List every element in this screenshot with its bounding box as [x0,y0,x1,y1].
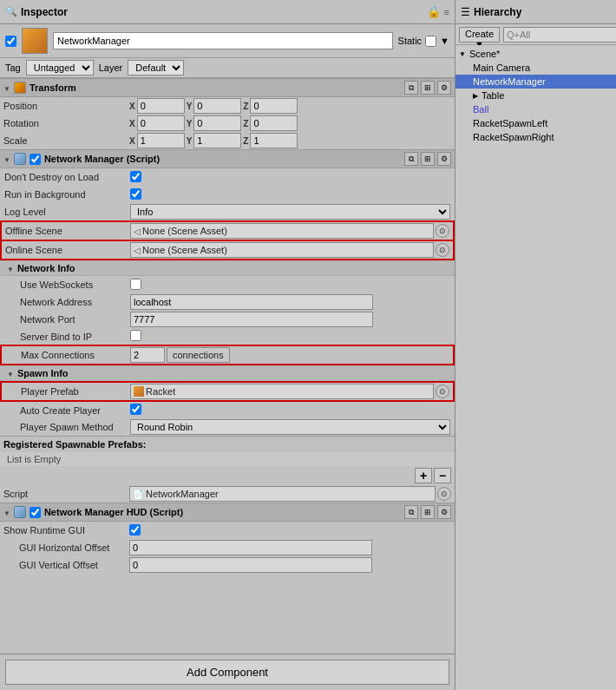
gui-vertical-row: GUI Vertical Offset [0,556,455,574]
nm-align-icon[interactable]: ⊞ [421,152,435,166]
show-runtime-checkbox[interactable] [129,524,141,536]
object-active-checkbox[interactable] [5,36,16,47]
run-in-bg-checkbox[interactable] [130,188,141,200]
hierarchy-item-racket-spawn-left[interactable]: RacketSpawnLeft [455,116,616,130]
hierarchy-item-network-manager[interactable]: NetworkManager [455,75,616,89]
scene-chevron: ▼ [459,50,466,58]
layer-dropdown[interactable]: Default [128,60,184,76]
inspector-icon: 🔍 [5,6,17,17]
offline-scene-picker[interactable]: ⊙ [436,224,449,238]
hud-enabled-checkbox[interactable] [29,507,41,518]
position-y[interactable] [193,98,241,114]
script-picker[interactable]: ⊙ [437,487,451,501]
spawn-info-header[interactable]: Spawn Info [0,365,455,381]
gui-vertical-label: GUI Vertical Offset [0,556,126,574]
gui-horizontal-input[interactable] [129,540,372,555]
network-port-input[interactable] [130,312,373,327]
static-checkbox[interactable] [425,36,436,47]
use-websockets-label: Use WebSockets [1,276,127,293]
player-spawn-method-dropdown[interactable]: Round Robin [130,419,450,435]
position-label: Position [0,97,126,115]
create-button[interactable]: Create ▼ [459,27,500,43]
add-list-btn[interactable]: + [415,468,432,483]
max-connections-input[interactable] [130,347,165,363]
hud-align-icon[interactable]: ⊞ [421,505,435,519]
nm-section-icons: ⧉ ⊞ ⚙ [404,152,451,166]
tag-dropdown[interactable]: Untagged [26,60,94,76]
transform-chevron [3,82,10,93]
run-in-bg-row: Run in Background [1,186,454,203]
player-prefab-picker[interactable]: ⊙ [436,384,449,398]
player-prefab-value: Racket [146,386,175,397]
transform-section-icons: ⧉ ⊞ ⚙ [404,81,451,95]
transform-section-header[interactable]: Transform ⧉ ⊞ ⚙ [0,78,455,97]
dont-destroy-checkbox[interactable] [130,171,141,182]
scale-label: Scale [0,132,126,149]
transform-icon [14,82,26,94]
static-dropdown-icon[interactable]: ▼ [440,36,449,46]
network-address-label: Network Address [1,293,127,311]
hud-props: Show Runtime GUI GUI Horizontal Offset G… [0,522,455,574]
hierarchy-item-racket-spawn-right[interactable]: RacketSpawnRight [455,130,616,144]
hierarchy-item-table[interactable]: ▶ Table [455,89,616,102]
position-z[interactable] [250,98,298,114]
spawn-info-chevron [7,368,14,378]
max-connections-label: Max Connections [1,345,127,365]
more-icon[interactable]: ≡ [444,7,449,17]
scene-item[interactable]: ▼ Scene* [455,47,616,61]
hud-settings-icon[interactable]: ⚙ [437,505,451,519]
rotation-z[interactable] [250,115,298,131]
scene-icon: ◁ [134,227,141,236]
log-level-dropdown[interactable]: Info [130,204,450,220]
hierarchy-item-ball[interactable]: Ball [455,102,616,116]
rotation-y[interactable] [193,115,241,131]
create-label: Create [465,29,494,39]
transform-align-icon[interactable]: ⊞ [421,81,435,95]
position-x[interactable] [137,98,185,114]
object-header: Static ▼ [0,24,455,58]
run-in-bg-label: Run in Background [1,186,127,203]
auto-create-player-checkbox[interactable] [130,404,141,415]
hud-chevron [3,507,10,517]
show-runtime-label: Show Runtime GUI [0,522,126,539]
static-label: Static [398,36,423,46]
server-bind-checkbox[interactable] [130,330,141,341]
position-row: Position X Y Z [0,97,455,115]
object-name-input[interactable] [53,32,393,49]
network-manager-label: NetworkManager [473,76,546,87]
hud-title: Network Manager HUD (Script) [44,507,183,517]
nm-section-header[interactable]: Network Manager (Script) ⧉ ⊞ ⚙ [0,149,455,168]
hierarchy-item-main-camera[interactable]: Main Camera [455,61,616,75]
nm-copy-icon[interactable]: ⧉ [404,152,418,166]
nm-settings-icon[interactable]: ⚙ [437,152,451,166]
use-websockets-checkbox[interactable] [130,279,141,290]
hierarchy-panel: ☰ Hierarchy Create ▼ ▼ Scene* Main Camer… [455,0,616,690]
hud-copy-icon[interactable]: ⧉ [404,505,418,519]
scale-z[interactable] [250,133,298,148]
transform-settings-icon[interactable]: ⚙ [437,81,451,95]
remove-list-btn[interactable]: − [434,468,451,483]
transform-copy-icon[interactable]: ⧉ [404,81,418,95]
online-scene-picker[interactable]: ⊙ [436,243,449,257]
script-row: Script 📄 NetworkManager ⊙ [0,485,455,503]
network-address-input[interactable] [130,294,373,310]
hud-section-header[interactable]: Network Manager HUD (Script) ⧉ ⊞ ⚙ [0,503,455,522]
rotation-label: Rotation [0,115,126,132]
log-level-row: Log Level Info [1,203,454,221]
nm-enabled-checkbox[interactable] [29,154,41,165]
list-empty-label: List is Empty [7,454,61,464]
auto-create-player-row: Auto Create Player [1,401,454,418]
scale-x[interactable] [137,133,185,148]
player-prefab-label: Player Prefab [1,382,127,401]
add-component-button[interactable]: Add Component [5,660,449,685]
scale-y[interactable] [193,133,241,148]
rotation-x[interactable] [137,115,185,131]
player-spawn-method-label: Player Spawn Method [1,418,127,436]
hierarchy-search-input[interactable] [503,27,616,43]
inspector-title: Inspector [21,6,68,18]
scale-coords: X Y Z [129,133,451,148]
network-info-header[interactable]: Network Info [0,260,455,276]
registered-prefabs-label: Registered Spawnable Prefabs: [3,439,146,450]
lock-icon[interactable]: 🔒 [427,5,441,18]
gui-vertical-input[interactable] [129,557,372,573]
